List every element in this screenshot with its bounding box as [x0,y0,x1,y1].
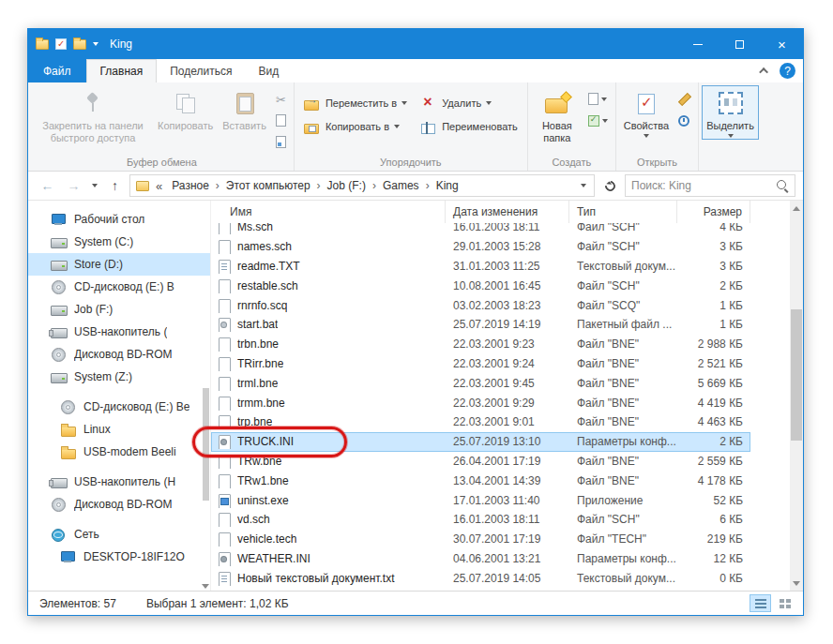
up-button[interactable] [103,174,127,197]
nav-item[interactable]: CD-дисковод (E:) B [28,276,210,298]
breadcrumb-item[interactable]: King [430,179,465,192]
breadcrumb-item[interactable]: Разное [165,179,216,192]
file-row[interactable]: trp.bne22.03.2001 9:01Файл "BNE"4 463 КБ [211,412,750,432]
file-row[interactable]: TRw1.bne13.04.2001 14:39Файл "BNE"4 178 … [211,471,750,490]
file-row[interactable]: readme.TXT31.01.2003 11:25Текстовый доку… [211,257,750,277]
minimize-button[interactable] [676,29,719,59]
tab-view[interactable]: Вид [245,59,292,82]
details-view-button[interactable] [750,594,771,612]
column-header-type[interactable]: Тип [569,201,677,223]
nav-item[interactable]: USB-накопитель (H [28,471,210,493]
maximize-button[interactable] [719,29,761,59]
copy-button[interactable]: Копировать [153,85,218,134]
column-header-date[interactable]: Дата изменения [446,201,569,223]
close-button[interactable]: × [761,29,803,59]
search-box[interactable]: Поиск: King [625,174,795,197]
thumbnails-view-button[interactable] [774,594,795,612]
file-type: Файл "BNE" [569,397,677,410]
scroll-up-button[interactable] [790,201,803,216]
back-button[interactable] [36,174,59,197]
easy-access-button[interactable] [585,111,611,130]
new-folder-button[interactable]: Новая папка [531,85,583,146]
paste-button[interactable]: Вставить [218,85,271,134]
file-row[interactable]: rnrnfo.scq03.02.2003 18:23Файл "SCQ"1 КБ [211,295,750,315]
nav-item[interactable]: USB-накопитель ( [28,321,210,343]
file-row[interactable]: trbn.bne22.03.2001 9:23Файл "BNE"2 988 К… [211,335,750,354]
file-name-cell: vd.sch [211,512,446,527]
recent-locations-button[interactable] [88,174,100,197]
tab-share[interactable]: Поделиться [157,59,245,82]
edit-button[interactable] [675,89,693,109]
new-item-button[interactable] [585,89,611,109]
file-row[interactable]: TRUCK.INI25.07.2019 13:10Параметры конф.… [211,432,750,452]
file-row[interactable]: vehicle.tech30.07.2001 17:19Файл "TECH"2… [211,530,750,549]
forward-button[interactable] [62,174,85,197]
move-to-button[interactable]: Переместить в [297,93,414,113]
file-row[interactable]: TRw.bne26.04.2001 17:19Файл "BNE"2 559 К… [211,452,750,472]
nav-item[interactable]: DESKTOP-18IF12O [28,546,210,568]
file-row[interactable]: trml.bne22.03.2001 9:45Файл "BNE"5 669 К… [211,373,750,393]
address-dropdown-icon[interactable] [581,184,586,187]
search-input[interactable]: Поиск: King [631,179,776,192]
nav-item[interactable]: Рабочий стол [28,208,210,231]
nav-item[interactable]: Store (D:) [28,253,210,276]
properties-button[interactable]: Свойства [619,85,674,140]
qat-new-folder-button[interactable] [73,39,86,50]
scroll-down-button[interactable] [790,576,803,591]
history-button[interactable] [675,111,693,130]
pin-to-quick-access-button[interactable]: Закрепить на панели быстрого доступа [33,85,153,146]
file-row[interactable]: vd.sch16.01.2003 18:11Файл "SCH"6 КБ [211,510,750,530]
file-row[interactable]: names.sch29.01.2003 15:28Файл "SCH"3 КБ [211,237,750,257]
nav-item-label: CD-дисковод (E:) B [74,280,174,293]
file-row[interactable]: TRirr.bne22.03.2001 9:24Файл "BNE"2 521 … [211,354,750,374]
rename-button[interactable]: Переименовать [414,116,524,137]
nav-item[interactable]: Дисковод BD-ROM [28,343,210,366]
collapse-ribbon-icon[interactable] [759,67,768,77]
nav-item[interactable]: CD-дисковод (E:) Be [28,396,210,418]
column-header-name[interactable]: Имя [211,201,446,223]
scrollbar-thumb[interactable] [791,309,802,441]
nav-item-label: USB-modem Beeli [83,445,176,458]
cut-button[interactable] [273,89,289,109]
nav-item[interactable]: System (Z:) [28,366,210,388]
nav-scroll-down-icon[interactable] [202,584,209,589]
file-row[interactable]: restable.sch10.08.2001 16:45Файл "SCH"2 … [211,276,750,295]
breadcrumb-item[interactable]: Этот компьютер [220,179,317,192]
breadcrumb-item[interactable]: Games [376,179,426,192]
file-row[interactable]: uninst.exe17.01.2003 11:40Приложение52 К… [211,490,750,510]
column-header-size[interactable]: Размер [677,201,750,223]
tab-file[interactable]: Файл [28,59,86,82]
nav-item[interactable]: Job (F:) [28,298,210,321]
address-box[interactable]: « Разное›Этот компьютер›Job (F:)›Games›K… [129,174,595,197]
delete-button[interactable]: Удалить [414,93,524,113]
file-row[interactable]: start.bat25.07.2019 14:19Пакетный файл .… [211,315,750,335]
file-name-cell: trmm.bne [211,396,446,411]
nav-item[interactable]: System (C:) [28,231,210,253]
file-date: 25.07.2019 13:10 [446,435,569,448]
copy-to-button[interactable]: Копировать в [297,116,414,137]
breadcrumb-item[interactable]: Job (F:) [321,179,372,192]
copy-path-button[interactable] [273,111,289,130]
qat-customize-chevron-icon[interactable] [93,42,98,46]
help-icon[interactable] [780,63,795,79]
file-row[interactable]: trmm.bne22.03.2001 9:29Файл "BNE"4 419 К… [211,393,750,412]
nav-item[interactable]: Сеть [28,523,210,546]
file-date: 30.07.2001 17:19 [446,532,569,546]
nav-scrollbar[interactable] [202,201,209,591]
select-button[interactable]: Выделить [702,85,759,140]
file-row[interactable]: Новый текстовый документ.txt25.07.2019 1… [211,568,750,588]
ribbon-group-create: Новая папка Создать [528,82,616,171]
refresh-button[interactable] [598,174,622,197]
nav-item[interactable]: USB-modem Beeli [28,441,210,463]
tab-home[interactable]: Главная [86,59,158,82]
nav-scrollbar-thumb[interactable] [203,388,209,501]
nav-item[interactable]: Linux [28,418,210,441]
file-type: Файл "SCQ" [569,299,677,312]
breadcrumb-overflow-button[interactable]: « [153,179,165,193]
vertical-scrollbar[interactable] [790,201,803,591]
file-row[interactable]: WEATHER.INI04.06.2001 13:21Параметры кон… [211,549,750,569]
nav-item[interactable]: Дисковод BD-ROM [28,493,210,516]
paste-shortcut-button[interactable] [273,132,289,152]
qat-properties-button[interactable] [55,38,67,50]
file-size: 52 КБ [677,494,750,507]
